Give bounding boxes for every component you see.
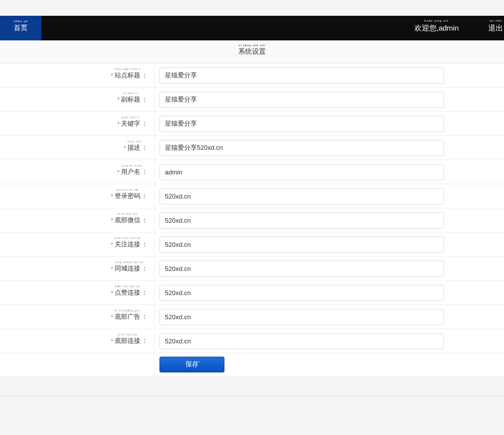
settings-form: *zhàn diǎn biāo tí站点标题：*fù biāo tí副标题：*g… (0, 64, 504, 376)
label-footer-ad: *dǐ bù guǎng gào底部广告： (0, 305, 155, 329)
input-follow-link[interactable] (159, 236, 444, 253)
required-star: * (117, 120, 120, 128)
form-row-follow-link: *guān zhù lián jiē关注连接： (0, 233, 504, 257)
page-title: xì tǒng shè zhì 系统设置 (0, 40, 504, 64)
label-description: *miáo shù描述： (0, 136, 155, 160)
form-row-footer-wechat: *dǐ bù wēi xìn底部微信： (0, 208, 504, 233)
logout-link[interactable]: tuì chū 退出 (488, 16, 504, 40)
input-description[interactable] (159, 140, 444, 156)
required-star: * (111, 217, 113, 224)
label-password: *dēng lù mì mǎ登录密码： (0, 184, 155, 208)
input-footer-link[interactable] (159, 333, 444, 349)
input-local-link[interactable] (159, 261, 444, 277)
required-star: * (111, 72, 113, 79)
label-username: *yòng hù míng用户名： (0, 160, 155, 184)
required-star: * (111, 289, 113, 297)
label-footer-wechat: *dǐ bù wēi xìn底部微信： (0, 208, 155, 232)
input-footer-ad[interactable] (159, 309, 444, 325)
input-like-link[interactable] (159, 285, 444, 301)
save-button[interactable]: bǎo cún保存 (159, 357, 224, 372)
form-row-subtitle: *fù biāo tí副标题： (0, 88, 504, 112)
required-star: * (117, 168, 120, 176)
required-star: * (124, 144, 126, 152)
input-site-title[interactable] (159, 67, 444, 84)
form-row-save: bǎo cún保存 (0, 353, 504, 376)
form-row-footer-link: *dǐ bù lián jiē底部连接： (0, 329, 504, 353)
welcome-text: huān yíng nín 欢迎您,admin (414, 16, 488, 40)
required-star: * (111, 313, 113, 321)
label-subtitle: *fù biāo tí副标题： (0, 88, 155, 111)
form-row-site-title: *zhàn diǎn biāo tí站点标题： (0, 64, 504, 88)
label-like-link: *diǎn zàn lián jiē点赞连接： (0, 281, 155, 304)
required-star: * (111, 193, 113, 200)
input-password[interactable] (159, 188, 444, 204)
input-username[interactable] (159, 164, 444, 180)
required-star: * (111, 241, 113, 248)
label-footer-link: *dǐ bù lián jiē底部连接： (0, 329, 155, 353)
footer-divider (0, 396, 504, 397)
label-follow-link: *guān zhù lián jiē关注连接： (0, 233, 155, 256)
input-footer-wechat[interactable] (159, 212, 444, 229)
required-star: * (111, 337, 113, 345)
input-keywords[interactable] (159, 116, 444, 132)
header: shǒu yè 首页 huān yíng nín 欢迎您,admin tuì c… (0, 16, 504, 40)
label-site-title: *zhàn diǎn biāo tí站点标题： (0, 64, 155, 87)
required-star: * (117, 96, 120, 103)
required-star: * (111, 265, 113, 272)
label-keywords: *guān jiàn zì关键字： (0, 112, 155, 135)
form-row-local-link: *tóng chéng lián jiē同城连接： (0, 257, 504, 281)
form-row-password: *dēng lù mì mǎ登录密码： (0, 184, 504, 208)
form-row-description: *miáo shù描述： (0, 136, 504, 160)
form-row-keywords: *guān jiàn zì关键字： (0, 112, 504, 136)
input-subtitle[interactable] (159, 92, 444, 108)
form-row-like-link: *diǎn zàn lián jiē点赞连接： (0, 281, 504, 305)
form-row-username: *yòng hù míng用户名： (0, 160, 504, 184)
label-local-link: *tóng chéng lián jiē同城连接： (0, 257, 155, 280)
nav-home[interactable]: shǒu yè 首页 (0, 16, 41, 40)
form-row-footer-ad: *dǐ bù guǎng gào底部广告： (0, 305, 504, 329)
